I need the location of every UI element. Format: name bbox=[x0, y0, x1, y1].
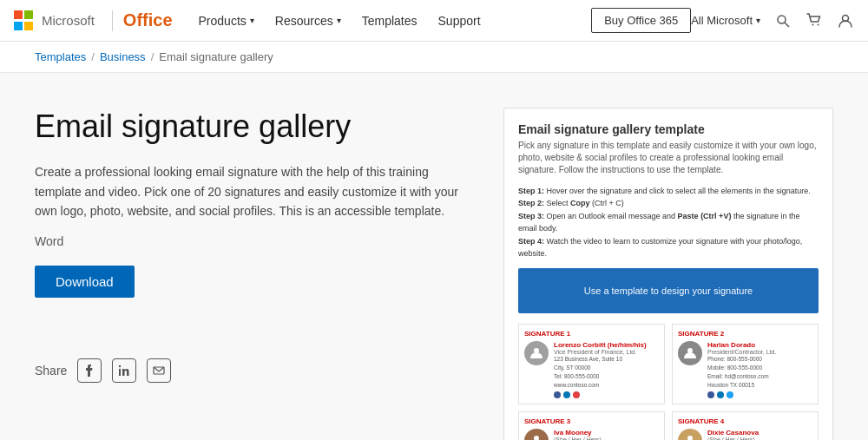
sig1-facebook-dot bbox=[554, 391, 561, 398]
signature-card-1: SIGNATURE 1 Lorenzo Corbitt (he/him/his)… bbox=[518, 324, 665, 404]
sig1-avatar bbox=[524, 341, 549, 365]
signature-card-4: SIGNATURE 4 Dixie Casanova (She / Her / … bbox=[672, 411, 819, 440]
ms-text: Microsoft bbox=[42, 13, 95, 28]
signature-card-3: SIGNATURE 3 Iva Mooney (She / Her / Hers… bbox=[518, 411, 665, 440]
download-button[interactable]: Download bbox=[35, 266, 135, 298]
page-description: Create a professional looking email sign… bbox=[35, 162, 469, 220]
breadcrumb: Templates / Business / Email signature g… bbox=[0, 42, 868, 73]
breadcrumb-sep-2: / bbox=[151, 50, 155, 63]
sig2-details: Phone: 800-555-0000 Mobile: 800-555-0000… bbox=[707, 355, 812, 389]
sig4-name: Dixie Casanova bbox=[707, 429, 812, 437]
microsoft-logo[interactable]: Microsoft bbox=[14, 10, 95, 31]
nav-resources[interactable]: Resources bbox=[266, 0, 350, 42]
signatures-grid: SIGNATURE 1 Lorenzo Corbitt (he/him/his)… bbox=[518, 324, 819, 440]
all-ms-chevron: ▾ bbox=[756, 16, 760, 25]
breadcrumb-templates[interactable]: Templates bbox=[35, 50, 86, 63]
nav-right: All Microsoft ▾ bbox=[691, 12, 854, 30]
sig4-avatar bbox=[678, 429, 702, 440]
sig4-label: SIGNATURE 4 bbox=[678, 417, 812, 425]
sig4-role1: (She / Her / Hers) bbox=[707, 437, 812, 440]
navigation: Microsoft Office Products Resources Temp… bbox=[0, 0, 868, 42]
nav-divider bbox=[112, 10, 113, 31]
nav-products[interactable]: Products bbox=[190, 0, 263, 42]
preview-video[interactable]: Use a template to design your signature bbox=[518, 268, 819, 313]
all-microsoft-link[interactable]: All Microsoft ▾ bbox=[691, 14, 760, 27]
svg-point-3 bbox=[818, 23, 819, 25]
sig2-linkedin-dot bbox=[717, 391, 724, 398]
email-share-icon[interactable] bbox=[147, 358, 171, 383]
sig2-facebook-dot bbox=[707, 391, 714, 398]
office-logo-text[interactable]: Office bbox=[123, 10, 173, 30]
nav-templates[interactable]: Templates bbox=[353, 0, 426, 42]
sig1-role: Vice President of Finance, Ltd. bbox=[554, 349, 659, 355]
svg-point-2 bbox=[812, 23, 814, 25]
svg-point-0 bbox=[778, 16, 786, 23]
svg-point-10 bbox=[534, 436, 539, 440]
breadcrumb-business[interactable]: Business bbox=[100, 50, 146, 63]
sig1-name: Lorenzo Corbitt (he/him/his) bbox=[554, 341, 659, 349]
sig2-twitter-dot bbox=[727, 391, 733, 398]
nav-links: Products Resources Templates Support bbox=[190, 0, 592, 42]
left-panel: Email signature gallery Create a profess… bbox=[35, 108, 469, 440]
breadcrumb-sep-1: / bbox=[91, 50, 95, 63]
svg-point-11 bbox=[687, 436, 693, 440]
page-title: Email signature gallery bbox=[35, 108, 469, 145]
sig3-label: SIGNATURE 3 bbox=[524, 417, 659, 425]
linkedin-share-icon[interactable] bbox=[112, 358, 136, 383]
share-label: Share bbox=[35, 364, 67, 378]
preview-title: Email signature gallery template bbox=[518, 122, 819, 136]
ms-logo-grid bbox=[14, 10, 35, 31]
right-panel: Email signature gallery template Pick an… bbox=[503, 108, 833, 440]
sig3-role1: (She / Her / Hers) bbox=[554, 437, 659, 440]
svg-line-1 bbox=[785, 23, 789, 27]
nav-support[interactable]: Support bbox=[430, 0, 490, 42]
sig1-details: 123 Business Ave, Suite 10 City, ST 0000… bbox=[554, 355, 659, 389]
svg-point-6 bbox=[119, 365, 121, 367]
sig3-name: Iva Mooney bbox=[554, 429, 659, 437]
preview-description: Pick any signature in this template and … bbox=[518, 140, 819, 176]
sig1-linkedin-dot bbox=[563, 391, 570, 398]
cart-icon[interactable] bbox=[806, 12, 823, 30]
main-content: Email signature gallery Create a profess… bbox=[0, 73, 868, 440]
sig1-email-dot bbox=[573, 391, 580, 398]
account-icon[interactable] bbox=[837, 12, 854, 30]
sig2-role: President/Contractor, Ltd. bbox=[707, 349, 812, 355]
sig2-label: SIGNATURE 2 bbox=[678, 330, 812, 338]
svg-rect-5 bbox=[119, 369, 121, 376]
sig2-avatar bbox=[678, 341, 702, 365]
sig1-label: SIGNATURE 1 bbox=[524, 330, 659, 338]
search-icon[interactable] bbox=[774, 12, 792, 30]
signature-card-2: SIGNATURE 2 Harlan Dorado President/Cont… bbox=[672, 324, 819, 404]
preview-steps: Step 1: Hover over the signature and cli… bbox=[518, 185, 819, 259]
facebook-share-icon[interactable] bbox=[77, 358, 102, 383]
share-row: Share bbox=[35, 358, 469, 383]
breadcrumb-current: Email signature gallery bbox=[159, 50, 273, 63]
sig3-avatar bbox=[524, 429, 549, 440]
buy-office-button[interactable]: Buy Office 365 bbox=[591, 8, 691, 33]
app-label: Word bbox=[35, 234, 469, 248]
sig2-name: Harlan Dorado bbox=[707, 341, 812, 349]
